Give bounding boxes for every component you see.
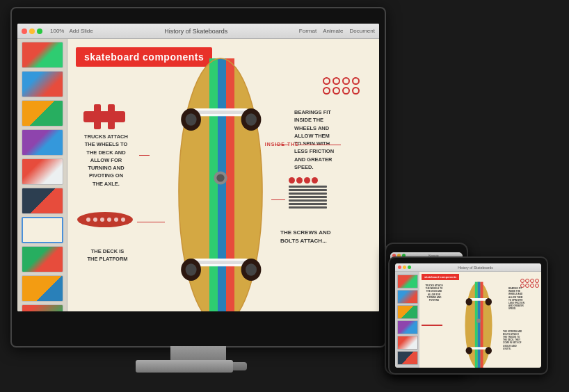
tablet-main-content: skateboard components TRUCKS ATTACH <box>419 272 541 368</box>
svg-rect-11 <box>209 58 218 311</box>
bearings-text: BEARINGS FIT INSIDE THE WHEELS AND ALLOW… <box>294 108 371 171</box>
tablet-thumb-6 <box>397 351 418 365</box>
svg-rect-32 <box>481 282 483 368</box>
tablet-screws-text: THE SCREWS ANDBOLTS ATTACHTHE TRUCKS TOT… <box>503 330 538 350</box>
svg-point-28 <box>216 174 224 181</box>
deck-text: THE DECK IS THE PLATFORM <box>78 247 137 263</box>
svg-point-20 <box>246 113 257 126</box>
bearings-dots <box>323 77 360 95</box>
tablet-skateboard <box>447 280 510 368</box>
svg-rect-13 <box>226 58 234 311</box>
deck-icon <box>76 211 135 231</box>
slide-thumb-9[interactable] <box>22 275 63 302</box>
tablet-thumb-5 <box>397 336 418 350</box>
connector-screws <box>271 199 285 200</box>
tablet-content: skateboard components TRUCKS ATTACH <box>395 272 541 368</box>
tablet-screen: History of Skateboards skateboard compon… <box>395 263 541 368</box>
maximize-button[interactable] <box>37 28 42 34</box>
svg-rect-31 <box>478 282 481 368</box>
mac-mini-base <box>136 360 233 373</box>
minimize-button[interactable] <box>29 28 35 34</box>
svg-rect-2 <box>108 104 115 129</box>
monitor-screen: 100% Add Slide History of Skateboards Fo… <box>17 24 379 311</box>
svg-point-37 <box>466 347 472 354</box>
svg-point-8 <box>114 218 118 222</box>
tablet-thumb-3 <box>397 305 418 319</box>
format-btn[interactable]: Format <box>299 28 316 34</box>
connector-bearings2 <box>275 145 289 145</box>
svg-rect-0 <box>83 111 125 122</box>
close-button[interactable] <box>22 28 27 34</box>
svg-rect-1 <box>94 104 101 129</box>
tablet-slides-panel <box>395 272 419 368</box>
monitor: 100% Add Slide History of Skateboards Fo… <box>10 7 386 348</box>
tablet-slide-title: skateboard components <box>422 274 459 280</box>
svg-point-18 <box>186 113 197 126</box>
toolbar-add[interactable]: Add Slide <box>69 28 93 34</box>
trucks-icon <box>80 103 129 133</box>
animate-btn[interactable]: Animate <box>323 28 343 34</box>
svg-rect-12 <box>218 58 226 311</box>
slide-thumb-7[interactable] <box>22 217 63 243</box>
svg-point-6 <box>100 218 104 222</box>
slide-thumb-4[interactable] <box>22 129 63 156</box>
svg-point-38 <box>486 347 492 354</box>
svg-point-26 <box>246 263 257 276</box>
tablet-toolbar: History of Skateboards <box>395 263 541 272</box>
skateboard-graphic <box>147 53 294 311</box>
toolbar-title: History of Skateboards <box>95 28 297 35</box>
toolbar: 100% Add Slide History of Skateboards Fo… <box>17 24 379 39</box>
slides-panel <box>17 39 67 311</box>
tablet-bearings-text: BEARING FITINSIDE THEWHEELS ANDALLOW THE… <box>508 287 540 311</box>
svg-point-9 <box>121 218 125 222</box>
slide-thumb-2[interactable] <box>22 71 63 97</box>
slide-content: skateboard components TRUCKS ATTACH THE … <box>67 39 379 311</box>
screws-text: THE SCREWS AND BOLTS ATTACH... <box>280 229 371 245</box>
svg-point-7 <box>107 218 111 222</box>
slide-thumb-3[interactable] <box>22 100 63 126</box>
tablet-title: History of Skateboards <box>412 266 538 270</box>
svg-point-39 <box>476 318 481 322</box>
tablet-close <box>398 266 401 269</box>
svg-point-4 <box>86 218 90 222</box>
svg-point-5 <box>93 218 97 222</box>
main-slide-content: skateboard components TRUCKS ATTACH THE … <box>67 39 379 311</box>
tablet-maximize <box>408 266 411 269</box>
slide-thumb-5[interactable] <box>22 158 63 185</box>
tablet-thumb-2 <box>397 290 418 304</box>
slide-thumb-8[interactable] <box>22 246 63 272</box>
toolbar-zoom: 100% <box>50 28 64 34</box>
connector-bearings <box>299 145 341 145</box>
svg-rect-33 <box>470 298 488 301</box>
tablet-deck-indicator <box>422 325 442 326</box>
slide-thumb-1[interactable] <box>22 42 63 68</box>
svg-rect-30 <box>475 282 478 368</box>
slide-thumb-10[interactable] <box>22 304 63 311</box>
slide-thumb-6[interactable] <box>22 188 63 214</box>
connector-trucks <box>139 155 150 156</box>
tablet-thumb-1 <box>397 275 418 288</box>
tablet-minimize <box>403 266 406 269</box>
trucks-text: TRUCKS ATTACH THE WHEELS TO THE DECK AND… <box>73 133 139 188</box>
svg-point-34 <box>466 298 472 305</box>
svg-point-35 <box>486 298 492 305</box>
svg-point-24 <box>186 263 197 276</box>
tablet-trucks-text: TRUCKS ATTACHTHE WHEELS TOTHE DECK ANDAL… <box>421 284 447 302</box>
svg-rect-36 <box>470 347 488 350</box>
screws-section <box>289 177 327 209</box>
tablet-thumb-4 <box>397 320 418 334</box>
document-btn[interactable]: Document <box>350 28 375 34</box>
tablet-device: History of Skateboards skateboard compon… <box>388 256 548 375</box>
